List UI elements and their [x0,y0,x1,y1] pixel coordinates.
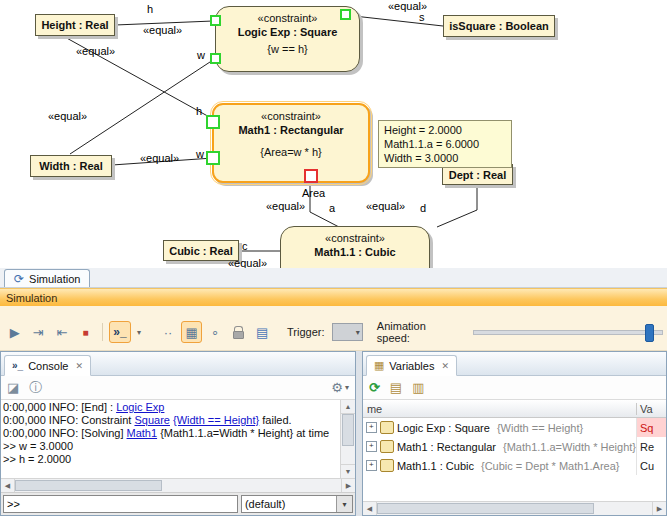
lock-button[interactable] [228,321,250,343]
record-option-button[interactable]: ∘ [204,321,226,343]
trigger-dropdown[interactable]: ▾ [332,323,363,341]
horizontal-scrollbar[interactable]: ◀ ▶ [363,501,666,515]
console-input[interactable] [3,495,238,513]
gear-icon[interactable]: ⚙ [331,380,343,395]
edge-label: s [419,11,425,23]
scroll-down-icon[interactable]: ▼ [341,464,355,478]
context-dropdown[interactable]: (default) ▾ [241,495,353,513]
constraint-name: Math1.1 : Cubic [281,245,429,259]
scroll-up-icon[interactable]: ▲ [341,400,355,414]
expand-icon[interactable]: + [366,460,377,471]
port[interactable] [340,9,351,20]
console-log-line: 0:00,000 INFO: Constraint Square {Width … [3,414,339,427]
log-text: >> h = 2.0000 [3,453,71,465]
animation-speed-slider[interactable] [473,322,663,342]
variable-name-cell[interactable]: + Math1 : Rectangular {Math1.1.a=Width *… [363,437,636,456]
tooltip-line: Height = 2.0000 [384,123,506,137]
scroll-left-icon[interactable]: ◀ [1,479,15,492]
image-shapes-button[interactable]: ▤ [251,321,273,343]
expand-icon[interactable]: + [366,422,377,433]
slider-track[interactable] [473,330,663,335]
variable-value-cell[interactable]: Re [636,437,666,456]
parametric-diagram-canvas[interactable]: Height : Real isSquare : Boolean Width :… [0,0,667,268]
trigger-label: Trigger: [287,326,325,338]
refresh-button[interactable]: ⟳ [369,380,380,395]
table-row[interactable]: + Math1 : Rectangular {Math1.1.a=Width *… [363,437,666,456]
vertical-scrollbar[interactable]: ▲ ▼ [340,400,355,478]
element-link[interactable]: Square [134,414,169,426]
console-input-row: (default) ▾ [1,492,355,515]
scrollbar-thumb[interactable] [15,480,162,491]
columns-button[interactable]: ▤ [390,380,402,395]
edge-label: «equal» [143,24,182,36]
console-tabbar: »_ Console ✕ [1,352,355,376]
variable-value-cell[interactable]: Cu [636,456,666,475]
animation-speed-label: Animation speed: [377,320,460,344]
variables-toolbar: ⟳ ▤ ▥ [363,376,666,400]
table-row[interactable]: + Logic Exp : Square {Width == Height} S… [363,418,666,437]
close-icon[interactable]: ✕ [75,361,83,371]
constraint-math1[interactable]: «constraint» Math1 : Rectangular {Area=w… [212,103,370,183]
part-issquare[interactable]: isSquare : Boolean [443,15,555,37]
magicdraw-simulation-screen: Height : Real isSquare : Boolean Width :… [0,0,667,516]
variables-column-header[interactable]: me Va [363,400,666,418]
port[interactable] [206,115,220,129]
simulation-icon: ⟳ [14,273,24,285]
part-label: Width : Real [39,160,102,172]
expand-icon[interactable]: + [366,441,377,452]
variable-value-cell[interactable]: Sq [636,418,666,437]
variable-name-cell[interactable]: + Logic Exp : Square {Width == Height} [363,418,636,437]
export-button[interactable]: ▥ [412,380,424,395]
variables-panel: ▦ Variables ✕ ⟳ ▤ ▥ me Va [362,351,667,516]
horizontal-scrollbar[interactable]: ◀ ▶ [1,478,355,492]
step-over-button[interactable]: ⇤ [51,321,73,343]
slider-thumb[interactable] [645,324,654,342]
chevron-down-icon[interactable]: ▾ [345,383,349,392]
tab-simulation[interactable]: ⟳ Simulation [4,269,90,287]
variables-tree[interactable]: + Logic Exp : Square {Width == Height} S… [363,418,666,501]
part-width[interactable]: Width : Real [30,155,112,177]
part-label: Dept : Real [449,169,506,181]
scroll-right-icon[interactable]: ▶ [341,479,355,492]
scroll-right-icon[interactable]: ▶ [652,502,666,515]
column-value[interactable]: Va [636,403,666,415]
chevron-down-icon[interactable]: ▾ [336,496,352,512]
terminate-button[interactable]: ■ [75,321,97,343]
console-icon: »_ [12,360,23,371]
animation-toggle-button[interactable]: ▦ [181,321,203,343]
step-into-button[interactable]: ⇥ [28,321,50,343]
port[interactable] [304,169,318,183]
simulation-header-title: Simulation [6,292,57,304]
scrollbar-thumb[interactable] [342,414,354,446]
clear-console-button[interactable]: ◪ [7,380,19,395]
console-output[interactable]: 0:00,000 INFO: [End] : Logic Exp 0:00,00… [1,400,355,478]
tab-console[interactable]: »_ Console ✕ [4,355,91,376]
element-link[interactable]: {Width == Height} [173,414,259,426]
port[interactable] [210,15,221,26]
simulation-toolbar: ▶ ⇥ ⇤ ■ »_ ▾ ·· ▦ ∘ ▤ Trigger: ▾ Animati… [0,306,667,351]
element-link[interactable]: Math1 [127,427,158,439]
console-panel: »_ Console ✕ ◪ ⓘ ⚙ ▾ 0:00,000 INFO: [End… [0,351,356,516]
scrollbar-thumb[interactable] [377,503,594,514]
column-name[interactable]: me [363,403,636,415]
breakpoints-button[interactable]: ·· [157,321,179,343]
tab-variables[interactable]: ▦ Variables ✕ [366,355,457,376]
log-text: 0:00,000 INFO: [End] : [3,401,116,413]
constraint-logic-exp[interactable]: «constraint» Logic Exp : Square {w == h} [215,6,360,72]
edge-label: «equal» [48,110,87,122]
constraint-math1-1[interactable]: «constraint» Math1.1 : Cubic [280,226,430,268]
table-row[interactable]: + Math1.1 : Cubic {Cubic = Dept * Math1.… [363,456,666,475]
variable-name-cell[interactable]: + Math1.1 : Cubic {Cubic = Dept * Math1.… [363,456,636,475]
part-height[interactable]: Height : Real [35,14,115,36]
close-icon[interactable]: ✕ [441,361,449,371]
console-toggle-button[interactable]: »_ [109,321,131,343]
padlock-icon [233,326,244,339]
info-icon[interactable]: ⓘ [29,379,42,397]
port[interactable] [210,53,221,64]
log-text: {Math1.1.a=Width * Height} at time [157,427,329,439]
scroll-left-icon[interactable]: ◀ [363,502,377,515]
port[interactable] [206,151,220,165]
element-link[interactable]: Logic Exp [116,401,164,413]
run-button[interactable]: ▶ [4,321,26,343]
console-options-chevron-icon[interactable]: ▾ [133,321,146,343]
